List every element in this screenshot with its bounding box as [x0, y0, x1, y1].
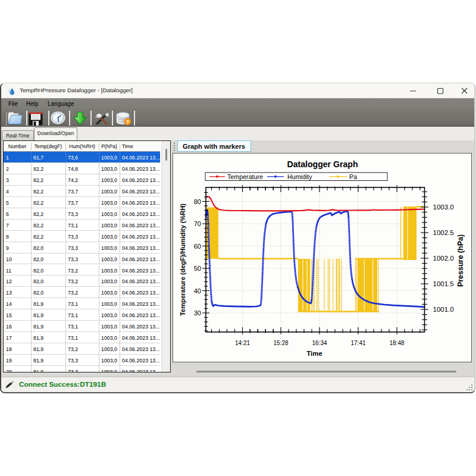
svg-text:18:48: 18:48: [389, 340, 404, 346]
svg-text:?: ?: [126, 119, 129, 125]
svg-text:17:41: 17:41: [350, 340, 365, 346]
svg-text:50: 50: [194, 265, 201, 272]
svg-text:Pa: Pa: [349, 173, 357, 180]
svg-text:Datalogger Graph: Datalogger Graph: [287, 159, 358, 169]
svg-text:15:28: 15:28: [273, 340, 288, 346]
svg-text:14:21: 14:21: [235, 340, 250, 346]
svg-text:Time: Time: [306, 350, 322, 357]
svg-text:Temperature: Temperature: [227, 173, 263, 180]
svg-text:60: 60: [194, 243, 201, 250]
svg-text:Temperature (degF)/Humidity (%: Temperature (degF)/Humidity (%RH): [179, 203, 186, 316]
svg-text:1003.0: 1003.0: [433, 203, 454, 211]
svg-text:16:34: 16:34: [312, 340, 327, 346]
svg-text:1001.0: 1001.0: [433, 306, 454, 313]
svg-text:1001.5: 1001.5: [433, 280, 454, 287]
svg-text:40: 40: [194, 287, 201, 295]
svg-text:30: 30: [194, 309, 201, 317]
svg-text:1002.0: 1002.0: [433, 255, 454, 262]
svg-text:Humidity: Humidity: [287, 173, 312, 180]
svg-text:Pressure (hPa): Pressure (hPa): [456, 234, 465, 287]
svg-text:1002.5: 1002.5: [433, 229, 454, 236]
svg-text:80: 80: [194, 198, 201, 205]
svg-text:70: 70: [194, 220, 201, 227]
